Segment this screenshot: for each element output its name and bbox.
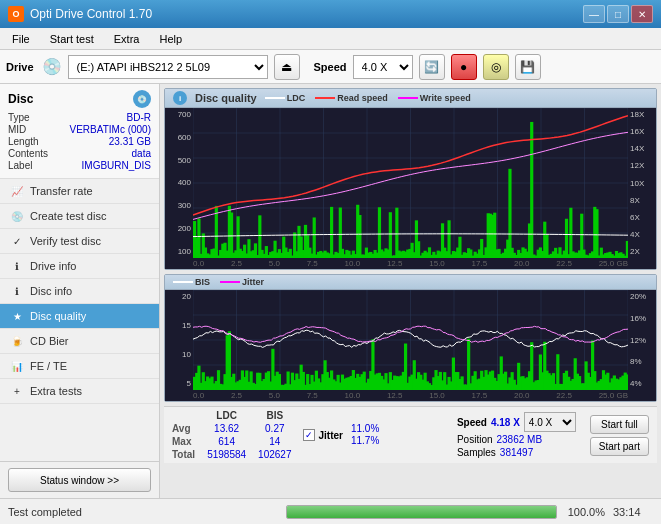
length-label: Length <box>8 136 39 147</box>
verify-test-disc-label: Verify test disc <box>30 235 101 247</box>
contents-value: data <box>132 148 151 159</box>
panel-header-icon-top: i <box>173 91 187 105</box>
drive-select[interactable]: (E:) ATAPI iHBS212 2 5L09 <box>68 55 268 79</box>
drive-info-icon: ℹ <box>10 259 24 273</box>
drive-info-label: Drive info <box>30 260 76 272</box>
legend-jitter: Jitter <box>242 277 264 287</box>
y-axis-left-top: 700600500400300200100 <box>165 108 193 258</box>
app-title: Opti Drive Control 1.70 <box>30 7 152 21</box>
verify-test-disc-icon: ✓ <box>10 234 24 248</box>
sidebar: Disc 💿 Type BD-R MID VERBATIMc (000) Len… <box>0 84 160 498</box>
start-full-button[interactable]: Start full <box>590 415 649 434</box>
bottom-bar: Test completed 100.0% 33:14 <box>0 498 661 524</box>
menu-start-test[interactable]: Start test <box>42 31 102 47</box>
disc-quality-icon: ★ <box>10 309 24 323</box>
nav-cd-bier[interactable]: 🍺 CD Bier <box>0 329 159 354</box>
disc-quality-panel: i Disc quality LDC Read speed Write spee… <box>164 88 657 270</box>
fe-te-icon: 📊 <box>10 359 24 373</box>
nav-transfer-rate[interactable]: 📈 Transfer rate <box>0 179 159 204</box>
disc-label-label: Label <box>8 160 32 171</box>
nav-disc-quality[interactable]: ★ Disc quality <box>0 304 159 329</box>
menu-extra[interactable]: Extra <box>106 31 148 47</box>
maximize-button[interactable]: □ <box>607 5 629 23</box>
time-text: 33:14 <box>613 506 653 518</box>
nav-verify-test-disc[interactable]: ✓ Verify test disc <box>0 229 159 254</box>
title-bar: O Opti Drive Control 1.70 — □ ✕ <box>0 0 661 28</box>
panel-header-top: i Disc quality LDC Read speed Write spee… <box>165 89 656 108</box>
nav-drive-info[interactable]: ℹ Drive info <box>0 254 159 279</box>
type-label: Type <box>8 112 30 123</box>
app-icon: O <box>8 6 24 22</box>
progress-fill <box>287 506 557 518</box>
type-value: BD-R <box>127 112 151 123</box>
minimize-button[interactable]: — <box>583 5 605 23</box>
length-value: 23.31 GB <box>109 136 151 147</box>
content-area: i Disc quality LDC Read speed Write spee… <box>160 84 661 498</box>
cd-bier-icon: 🍺 <box>10 334 24 348</box>
menu-help[interactable]: Help <box>151 31 190 47</box>
extra-tests-label: Extra tests <box>30 385 82 397</box>
save-button[interactable]: 💾 <box>515 54 541 80</box>
refresh-button[interactable]: 🔄 <box>419 54 445 80</box>
x-axis-top: 0.02.55.07.510.012.515.017.520.022.525.0… <box>165 258 656 269</box>
disc-quality-label: Disc quality <box>30 310 86 322</box>
y-axis-left-bottom: 2015105 <box>165 290 193 390</box>
legend-ldc: LDC <box>287 93 306 103</box>
legend-write-speed: Write speed <box>420 93 471 103</box>
legend-read-speed: Read speed <box>337 93 388 103</box>
menu-file[interactable]: File <box>4 31 38 47</box>
nav-extra-tests[interactable]: + Extra tests <box>0 379 159 404</box>
stats-row: LDCBIS Avg13.620.27 Max61414 Total519858… <box>164 406 657 463</box>
disc-info-label: Disc info <box>30 285 72 297</box>
disc-panel: Disc 💿 Type BD-R MID VERBATIMc (000) Len… <box>0 84 159 179</box>
y-axis-right-bottom: 20%16%12%8%4% <box>628 290 656 390</box>
nav-disc-info[interactable]: ℹ Disc info <box>0 279 159 304</box>
fe-te-label: FE / TE <box>30 360 67 372</box>
status-text: Test completed <box>8 506 278 518</box>
bis-jitter-panel: BIS Jitter 2015105 <box>164 274 657 402</box>
disc-btn1[interactable]: ● <box>451 54 477 80</box>
disc-info-icon: ℹ <box>10 284 24 298</box>
status-window-button[interactable]: Status window >> <box>8 468 151 492</box>
y-axis-right-top: 18X16X14X12X10X8X6X4X2X <box>628 108 656 258</box>
contents-label: Contents <box>8 148 48 159</box>
panel-header-bottom: BIS Jitter <box>165 275 656 290</box>
x-axis-bottom: 0.02.55.07.510.012.515.017.520.022.525.0… <box>165 390 656 401</box>
toolbar: Drive 💿 (E:) ATAPI iHBS212 2 5L09 ⏏ Spee… <box>0 50 661 84</box>
legend-bis: BIS <box>195 277 210 287</box>
progress-bar <box>286 505 558 519</box>
speed-label: Speed <box>314 61 347 73</box>
extra-tests-icon: + <box>10 384 24 398</box>
disc-panel-icon: 💿 <box>133 90 151 108</box>
cd-bier-label: CD Bier <box>30 335 69 347</box>
mid-label: MID <box>8 124 26 135</box>
disc-title: Disc <box>8 92 33 106</box>
transfer-rate-icon: 📈 <box>10 184 24 198</box>
create-test-disc-label: Create test disc <box>30 210 106 222</box>
drive-icon: 💿 <box>42 57 62 76</box>
panel-title: Disc quality <box>195 92 257 104</box>
speed-select[interactable]: 4.0 X <box>353 55 413 79</box>
menu-bar: File Start test Extra Help <box>0 28 661 50</box>
disc-btn2[interactable]: ◎ <box>483 54 509 80</box>
nav-fe-te[interactable]: 📊 FE / TE <box>0 354 159 379</box>
drive-label: Drive <box>6 61 34 73</box>
disc-label-value: IMGBURN_DIS <box>82 160 151 171</box>
transfer-rate-label: Transfer rate <box>30 185 93 197</box>
start-part-button[interactable]: Start part <box>590 437 649 456</box>
mid-value: VERBATIMc (000) <box>70 124 152 135</box>
eject-button[interactable]: ⏏ <box>274 54 300 80</box>
create-test-disc-icon: 💿 <box>10 209 24 223</box>
progress-text: 100.0% <box>565 506 605 518</box>
close-button[interactable]: ✕ <box>631 5 653 23</box>
nav-create-test-disc[interactable]: 💿 Create test disc <box>0 204 159 229</box>
